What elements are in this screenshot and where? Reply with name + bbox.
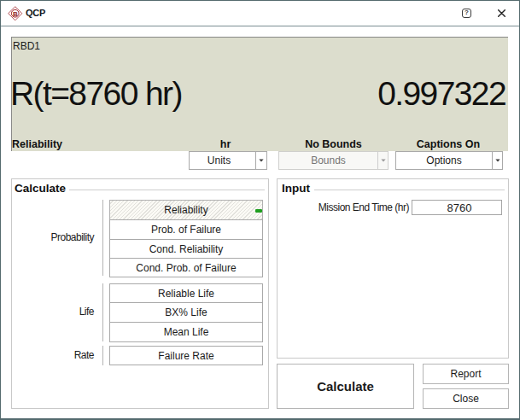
svg-text:B: B — [13, 10, 18, 18]
